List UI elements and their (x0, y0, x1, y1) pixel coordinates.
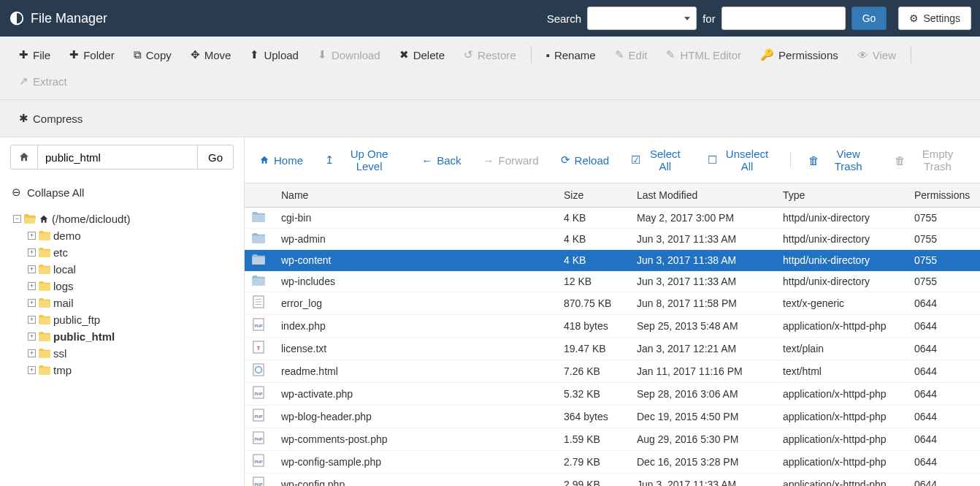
tree-item[interactable]: +demo (28, 227, 244, 244)
tree-item[interactable]: +public_ftp (28, 311, 244, 328)
tree-item[interactable]: +logs (28, 278, 244, 295)
tree-item[interactable]: +public_html (28, 328, 244, 345)
move-button[interactable]: ✥Move (182, 42, 240, 67)
php-icon: PHP (252, 319, 265, 330)
view-button[interactable]: 👁View (849, 43, 905, 67)
app-header: File Manager Search All Your Files for G… (0, 0, 980, 37)
expander-icon[interactable]: − (13, 215, 21, 223)
table-row[interactable]: wp-admin4 KBJun 3, 2017 11:33 AMhttpd/un… (245, 229, 980, 250)
cell-permissions: 0755 (907, 229, 980, 250)
table-row[interactable]: PHPwp-config-sample.php2.79 KBDec 16, 20… (245, 451, 980, 474)
table-row[interactable]: PHPwp-config.php2.99 KBJun 3, 2017 11:33… (245, 474, 980, 487)
copy-button[interactable]: ⧉Copy (125, 42, 180, 67)
cell-type: application/x-httpd-php (776, 383, 907, 406)
table-row[interactable]: Tlicense.txt19.47 KBJan 3, 2017 12:21 AM… (245, 338, 980, 360)
cell-size: 12 KB (556, 271, 629, 292)
expander-icon[interactable]: + (28, 316, 36, 324)
cell-size: 2.79 KB (556, 451, 629, 474)
table-row[interactable]: PHPwp-blog-header.php364 bytesDec 19, 20… (245, 406, 980, 428)
table-row[interactable]: error_log870.75 KBJun 8, 2017 11:58 PMte… (245, 292, 980, 315)
edit-button[interactable]: ✎Edit (606, 42, 656, 67)
extract-button[interactable]: ↗Extract (10, 69, 76, 94)
nav-select-all-button[interactable]: ☑Select All (627, 145, 689, 175)
col-type[interactable]: Type (776, 183, 907, 208)
search-input[interactable] (721, 7, 846, 30)
table-row[interactable]: PHPwp-comments-post.php1.59 KBAug 29, 20… (245, 428, 980, 451)
cell-modified: Dec 19, 2015 4:50 PM (629, 406, 776, 428)
tree-item[interactable]: +local (28, 261, 244, 278)
tree-item-label: mail (53, 297, 74, 309)
table-row[interactable]: wp-content4 KBJun 3, 2017 11:38 AMhttpd/… (245, 250, 980, 271)
search-scope-select[interactable]: All Your Files (587, 7, 697, 30)
svg-text:PHP: PHP (255, 460, 263, 464)
tree-item[interactable]: +etc (28, 244, 244, 261)
folder-button[interactable]: ✚Folder (61, 42, 123, 67)
expander-icon[interactable]: + (28, 366, 36, 374)
compress-button[interactable]: ✱Compress (10, 106, 91, 131)
expander-icon[interactable]: + (28, 232, 36, 240)
delete-button[interactable]: ✖Delete (391, 42, 453, 67)
col-icon[interactable] (245, 183, 274, 208)
table-row[interactable]: wp-includes12 KBJun 3, 2017 11:33 AMhttp… (245, 271, 980, 292)
cell-type: httpd/unix-directory (776, 271, 907, 292)
tree-item-label: etc (53, 246, 68, 259)
tree-root[interactable]: − (/home/dicloudt) (13, 210, 244, 227)
php-icon: PHP (252, 409, 265, 421)
back-icon: ← (421, 154, 432, 167)
tree-item[interactable]: +tmp (28, 362, 244, 379)
tree-item[interactable]: +mail (28, 295, 244, 311)
cell-modified: Jun 3, 2017 11:33 AM (629, 474, 776, 487)
svg-text:T: T (257, 345, 261, 352)
download-button[interactable]: ⬇Download (309, 42, 389, 67)
php-icon: PHP (252, 455, 265, 466)
php-icon: PHP (252, 387, 265, 398)
expander-icon[interactable]: + (28, 282, 36, 290)
cell-modified: Sep 25, 2013 5:48 AM (629, 315, 776, 338)
col-modified[interactable]: Last Modified (629, 183, 776, 208)
upload-button[interactable]: ⬆Upload (241, 42, 307, 67)
cell-type: httpd/unix-directory (776, 208, 907, 229)
home-icon (39, 214, 49, 224)
nav-view-trash-button[interactable]: 🗑View Trash (804, 145, 877, 175)
expander-icon[interactable]: + (28, 349, 36, 357)
nav-reload-button[interactable]: ⟳Reload (556, 151, 614, 170)
expander-icon[interactable]: + (28, 265, 36, 273)
permissions-button[interactable]: 🔑Permissions (751, 42, 847, 67)
tree-item[interactable]: +ssl (28, 345, 244, 362)
restore-button[interactable]: ↺Restore (455, 42, 525, 67)
table-row[interactable]: readme.html7.26 KBJan 11, 2017 11:16 PMt… (245, 360, 980, 383)
cell-type: application/x-httpd-php (776, 451, 907, 474)
folder-icon (252, 211, 265, 223)
expander-icon[interactable]: + (28, 248, 36, 257)
cell-size: 870.75 KB (556, 292, 629, 315)
cell-icon: T (245, 338, 274, 360)
table-row[interactable]: PHPindex.php418 bytesSep 25, 2013 5:48 A… (245, 315, 980, 338)
expander-icon[interactable]: + (28, 333, 36, 341)
nav-empty-trash-button[interactable]: 🗑Empty Trash (890, 145, 970, 175)
plus-icon: ✚ (19, 48, 28, 61)
nav-up-button[interactable]: ↥Up One Level (321, 145, 404, 175)
collapse-all-button[interactable]: ⊖ Collapse All (0, 177, 244, 208)
html-editor-button[interactable]: ✎HTML Editor (657, 42, 750, 67)
nav-unselect-all-button[interactable]: ☐Unselect All (703, 145, 778, 175)
col-name[interactable]: Name (274, 183, 556, 208)
path-go-button[interactable]: Go (198, 145, 234, 170)
settings-button[interactable]: ⚙ Settings (898, 7, 971, 30)
col-permissions[interactable]: Permissions (907, 183, 980, 208)
file-button[interactable]: ✚File (10, 42, 59, 67)
nav-forward-button[interactable]: →Forward (479, 151, 543, 170)
col-size[interactable]: Size (556, 183, 629, 208)
nav-home-button[interactable]: Home (255, 151, 307, 170)
expander-icon[interactable]: + (28, 299, 36, 307)
folder-icon (39, 248, 50, 257)
path-input[interactable] (38, 145, 198, 170)
rename-button[interactable]: ▪Rename (537, 43, 605, 67)
table-row[interactable]: PHPwp-activate.php5.32 KBSep 28, 2016 3:… (245, 383, 980, 406)
search-scope-value: All Your Files (594, 12, 653, 24)
home-button[interactable] (10, 145, 38, 170)
cell-icon (245, 292, 274, 315)
cell-size: 2.99 KB (556, 474, 629, 487)
nav-back-button[interactable]: ←Back (417, 151, 465, 170)
search-go-button[interactable]: Go (851, 7, 887, 30)
table-row[interactable]: cgi-bin4 KBMay 2, 2017 3:00 PMhttpd/unix… (245, 208, 980, 229)
